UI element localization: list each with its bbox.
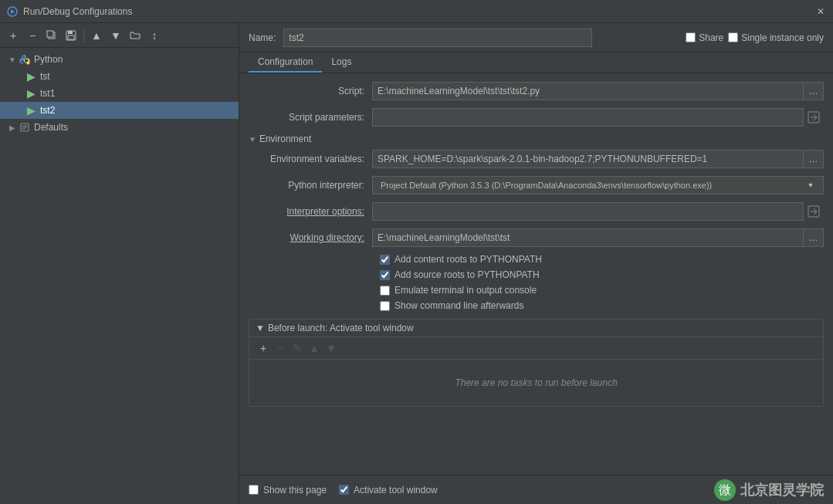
emulate-terminal-label[interactable]: Emulate terminal in output console: [380, 285, 537, 296]
script-input[interactable]: [372, 82, 804, 100]
env-vars-input[interactable]: [372, 150, 804, 168]
main-layout: + − ▲ ▼: [0, 23, 833, 504]
script-params-btn[interactable]: [804, 108, 824, 127]
move-up-button[interactable]: ▲: [88, 27, 105, 44]
before-launch-arrow: ▼: [256, 323, 265, 333]
interp-options-btn[interactable]: [804, 202, 824, 221]
tree-item-tst1[interactable]: ▶ tst1: [0, 85, 239, 102]
name-input[interactable]: [283, 29, 592, 47]
working-dir-btn[interactable]: …: [804, 228, 824, 247]
bottom-bar: Show this page Activate tool window 微 北京…: [239, 475, 833, 504]
show-command-label[interactable]: Show command line afterwards: [380, 300, 523, 311]
env-expand-arrow: ▼: [249, 135, 256, 144]
share-row: Share Single instance only: [686, 32, 824, 43]
tree-label-tst2: tst2: [40, 105, 55, 116]
python-interp-label: Python interpreter:: [249, 180, 372, 191]
tree-label-tst1: tst1: [40, 88, 55, 99]
before-launch-up-btn[interactable]: ▲: [306, 340, 322, 356]
add-source-roots-checkbox[interactable]: [380, 270, 390, 280]
interp-options-input[interactable]: [372, 202, 804, 221]
title-bar-controls: ✕: [814, 5, 827, 18]
activate-window-label[interactable]: Activate tool window: [339, 485, 438, 496]
sort-button[interactable]: ↕: [146, 27, 163, 44]
script-params-label: Script parameters:: [249, 112, 372, 123]
before-launch-section: ▼ Before launch: Activate tool window + …: [249, 319, 824, 407]
emulate-terminal-checkbox[interactable]: [380, 286, 390, 296]
run-config-icon-tst1: ▶: [25, 87, 37, 100]
config-content: Script: … Script parameters: ▼ Environme: [239, 73, 833, 475]
show-page-label[interactable]: Show this page: [249, 485, 327, 496]
interpreter-dropdown-arrow: ▼: [803, 181, 818, 189]
tab-logs[interactable]: Logs: [322, 52, 361, 73]
tab-configuration[interactable]: Configuration: [249, 52, 322, 73]
watermark-text: 北京图灵学院: [740, 481, 824, 499]
watermark-icon: 微: [714, 479, 736, 501]
title-bar-left: Run/Debug Configurations: [6, 5, 132, 18]
tree-area: ▼ Python ▶ tst ▶ tst1 ▶: [0, 48, 239, 504]
save-button[interactable]: [63, 27, 80, 44]
svg-rect-3: [47, 31, 53, 37]
sidebar-toolbar: + − ▲ ▼: [0, 23, 239, 48]
before-launch-label: Before launch: Activate tool window: [268, 323, 414, 333]
add-content-roots-checkbox[interactable]: [380, 255, 390, 265]
show-command-row: Show command line afterwards: [249, 300, 824, 311]
script-params-input[interactable]: [372, 108, 804, 127]
tree-item-tst[interactable]: ▶ tst: [0, 68, 239, 85]
env-vars-row: Environment variables: …: [249, 149, 824, 169]
single-instance-checkbox[interactable]: [728, 32, 738, 42]
single-instance-checkbox-label[interactable]: Single instance only: [728, 32, 824, 43]
share-checkbox-label[interactable]: Share: [686, 32, 723, 43]
add-source-roots-label[interactable]: Add source roots to PYTHONPATH: [380, 269, 540, 280]
interp-options-label: Interpreter options:: [249, 206, 372, 217]
tabs-row: Configuration Logs: [239, 52, 833, 73]
before-launch-add-btn[interactable]: +: [256, 340, 271, 356]
environment-label: Environment: [259, 134, 311, 144]
copy-button[interactable]: [43, 27, 60, 44]
name-label: Name:: [249, 32, 276, 43]
before-launch-header: ▼ Before launch: Activate tool window: [249, 320, 823, 337]
tree-defaults-group[interactable]: ▶ Defaults: [0, 119, 239, 136]
before-launch-remove-btn[interactable]: −: [273, 340, 288, 356]
script-browse-btn[interactable]: …: [804, 82, 824, 100]
emulate-terminal-row: Emulate terminal in output console: [249, 285, 824, 296]
share-checkbox[interactable]: [686, 32, 696, 42]
python-interpreter-select[interactable]: Project Default (Python 3.5.3 (D:\Progra…: [372, 176, 824, 194]
working-dir-label: Working directory:: [249, 232, 372, 243]
folder-button[interactable]: [127, 27, 144, 44]
tree-python-group[interactable]: ▼ Python: [0, 51, 239, 68]
environment-section-header: ▼ Environment: [249, 134, 824, 144]
working-dir-input[interactable]: [372, 228, 804, 247]
script-label: Script:: [249, 86, 372, 96]
svg-marker-1: [11, 9, 15, 14]
add-content-roots-label[interactable]: Add content roots to PYTHONPATH: [380, 254, 542, 265]
tree-expand-defaults: ▶: [6, 123, 19, 132]
right-panel: Name: Share Single instance only Configu…: [239, 23, 833, 504]
close-button[interactable]: ✕: [814, 5, 827, 18]
before-launch-empty: There are no tasks to run before launch: [249, 360, 823, 406]
title-bar: Run/Debug Configurations ✕: [0, 0, 833, 23]
app-icon: [6, 5, 19, 18]
tree-label-tst: tst: [40, 71, 50, 82]
run-config-icon-tst2: ▶: [25, 104, 37, 117]
show-command-checkbox[interactable]: [380, 301, 390, 311]
script-row: Script: …: [249, 81, 824, 101]
env-vars-btn[interactable]: …: [804, 150, 824, 168]
svg-rect-6: [68, 36, 74, 39]
before-launch-edit-btn[interactable]: ✎: [290, 340, 305, 356]
svg-rect-5: [68, 31, 73, 34]
move-down-button[interactable]: ▼: [107, 27, 124, 44]
before-launch-down-btn[interactable]: ▼: [323, 340, 339, 356]
interp-options-row: Interpreter options:: [249, 201, 824, 222]
header-row: Name: Share Single instance only: [239, 23, 833, 52]
tree-item-tst2[interactable]: ▶ tst2: [0, 102, 239, 119]
activate-window-checkbox[interactable]: [339, 485, 349, 495]
add-button[interactable]: +: [5, 27, 22, 44]
remove-button[interactable]: −: [24, 27, 41, 44]
before-launch-toolbar: + − ✎ ▲ ▼: [249, 337, 823, 360]
script-params-row: Script parameters:: [249, 107, 824, 127]
show-page-checkbox[interactable]: [249, 485, 259, 495]
toolbar-separator: [83, 29, 84, 42]
tree-expand-python: ▼: [6, 56, 19, 64]
interpreter-value: Project Default (Python 3.5.3 (D:\Progra…: [378, 181, 803, 190]
working-dir-row: Working directory: …: [249, 228, 824, 248]
